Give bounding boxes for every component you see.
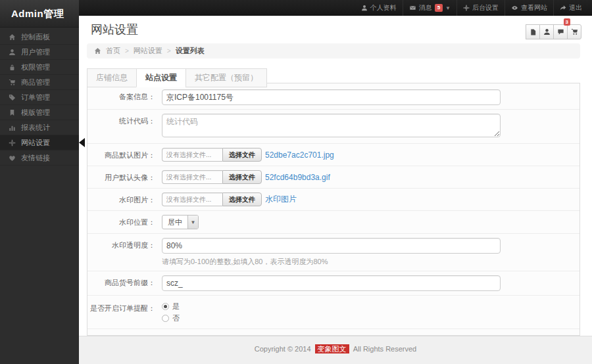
watermark-file-group: 没有选择文件... 选择文件 水印图片 — [162, 193, 297, 206]
heart-icon — [9, 154, 16, 162]
form-row-watermark-opacity: 水印透明度： 请填写为0-100的整数,如填入80，表示透明度为80% — [87, 234, 580, 271]
radio-checked-icon[interactable] — [162, 303, 169, 310]
main-content: 网站设置 3 首页 > 网站设置 > 设置列表 店铺信息 站点设置 其它配置（预… — [79, 16, 592, 364]
comment-icon — [557, 28, 564, 35]
toolbar-count-badge: 3 — [564, 18, 570, 26]
order-notify-option-no[interactable]: 否 — [162, 313, 580, 323]
watermark-position-value: 居中 — [162, 216, 187, 229]
comments-shortcut-button[interactable] — [553, 24, 568, 39]
nav-item-messages[interactable]: 消息 5 ▼ — [403, 0, 456, 16]
sidebar: Admin管理 控制面板 用户管理 权限管理 商品管理 订单管理 模版管理 报表… — [0, 0, 79, 364]
tag-icon — [9, 94, 16, 101]
sidebar-item-label: 商品管理 — [21, 78, 50, 87]
order-notify-yes-label: 是 — [172, 302, 180, 311]
sidebar-item-dashboard[interactable]: 控制面板 — [0, 30, 79, 45]
avatar-file-input[interactable]: 没有选择文件... — [162, 170, 222, 184]
breadcrumb-home[interactable]: 首页 — [106, 46, 120, 56]
order-notify-option-yes[interactable]: 是 — [162, 301, 580, 311]
form-row-icp: 备案信息： — [87, 83, 580, 110]
user-shortcut-button[interactable] — [539, 24, 554, 39]
watermark-browse-button[interactable]: 选择文件 — [222, 193, 262, 206]
watermark-position-select[interactable]: 居中 ▼ — [162, 215, 199, 229]
nav-view-site-label: 查看网站 — [521, 3, 547, 12]
icp-input[interactable] — [162, 89, 501, 105]
form-row-watermark-position: 水印位置： 居中 ▼ — [87, 211, 580, 234]
page-footer: Copyright © 2014 变象图文 All Rights Reserve… — [79, 336, 592, 364]
watermark-position-label: 水印位置： — [87, 215, 162, 227]
form-row-stats-code: 统计代码： — [87, 110, 580, 144]
nav-item-logout[interactable]: 退出 — [553, 0, 588, 16]
messages-count-badge: 5 — [435, 4, 443, 12]
order-notify-no-label: 否 — [172, 313, 180, 323]
envelope-icon — [409, 5, 416, 11]
breadcrumb-section[interactable]: 网站设置 — [134, 46, 162, 56]
sidebar-item-products[interactable]: 商品管理 — [0, 75, 79, 90]
order-notify-label: 是否开启订单提醒： — [87, 301, 162, 313]
tab-other-config[interactable]: 其它配置（预留） — [185, 68, 267, 87]
header-toolbar: 3 — [526, 24, 581, 39]
default-product-image-label: 商品默认图片： — [87, 148, 162, 160]
sidebar-menu: 控制面板 用户管理 权限管理 商品管理 订单管理 模版管理 报表统计 网站设置 — [0, 30, 79, 166]
sidebar-item-reports[interactable]: 报表统计 — [0, 120, 79, 135]
radio-unchecked-icon[interactable] — [162, 315, 169, 322]
sidebar-item-users[interactable]: 用户管理 — [0, 45, 79, 60]
avatar-browse-button[interactable]: 选择文件 — [222, 170, 262, 184]
chevron-down-icon: ▼ — [187, 216, 198, 229]
nav-item-profile[interactable]: 个人资料 — [355, 0, 403, 16]
settings-tabs: 店铺信息 站点设置 其它配置（预留） — [87, 68, 267, 87]
form-row-default-product-image: 商品默认图片： 没有选择文件... 选择文件 52dbe7ac2c701.jpg — [87, 144, 580, 166]
sidebar-item-templates[interactable]: 模版管理 — [0, 105, 79, 120]
sidebar-item-links[interactable]: 友情链接 — [0, 150, 79, 166]
breadcrumb-current: 设置列表 — [176, 46, 205, 56]
gear-icon — [463, 5, 470, 11]
file-icon — [530, 28, 537, 36]
sidebar-item-label: 权限管理 — [21, 62, 50, 72]
watermark-file-input[interactable]: 没有选择文件... — [162, 193, 222, 206]
sidebar-item-label: 控制面板 — [21, 32, 50, 42]
form-row-default-avatar: 用户默认头像： 没有选择文件... 选择文件 52fcd64b9bd3a.gif — [87, 166, 580, 189]
sidebar-item-site-settings[interactable]: 网站设置 — [0, 135, 79, 150]
user-icon — [543, 28, 551, 35]
bookmark-icon — [9, 109, 16, 116]
sku-prefix-label: 商品货号前缀： — [87, 275, 162, 288]
watermark-opacity-input[interactable] — [162, 238, 501, 254]
cart-shortcut-button[interactable] — [567, 24, 581, 39]
nav-settings-label: 后台设置 — [472, 3, 499, 12]
form-row-email-verify: 是否开启会员邮箱验证： 是 否 — [87, 329, 580, 336]
product-image-file-input[interactable]: 没有选择文件... — [162, 148, 222, 162]
cart-icon — [571, 28, 578, 35]
page-title: 网站设置 — [91, 22, 138, 37]
file-shortcut-button[interactable] — [526, 24, 540, 39]
sidebar-item-label: 用户管理 — [21, 47, 50, 57]
home-icon — [94, 47, 101, 55]
avatar-file-group: 没有选择文件... 选择文件 52fcd64b9bd3a.gif — [162, 170, 330, 184]
product-image-browse-button[interactable]: 选择文件 — [222, 148, 262, 162]
tab-site-settings[interactable]: 站点设置 — [136, 68, 186, 87]
app-logo[interactable]: Admin管理 — [0, 0, 79, 28]
product-image-file-link[interactable]: 52dbe7ac2c701.jpg — [265, 150, 334, 160]
stats-code-label: 统计代码： — [87, 114, 162, 126]
user-icon — [361, 5, 368, 11]
watermark-opacity-help: 请填写为0-100的整数,如填入80，表示透明度为80% — [162, 257, 580, 267]
chart-icon — [9, 124, 16, 131]
nav-messages-label: 消息 — [419, 3, 432, 12]
sidebar-item-label: 报表统计 — [21, 123, 50, 133]
home-icon — [9, 34, 16, 41]
sidebar-item-orders[interactable]: 订单管理 — [0, 90, 79, 105]
sidebar-item-permissions[interactable]: 权限管理 — [0, 60, 79, 75]
footer-brand-badge: 变象图文 — [315, 344, 349, 353]
sku-prefix-input[interactable] — [162, 275, 501, 291]
watermark-file-link[interactable]: 水印图片 — [265, 194, 297, 205]
breadcrumb-separator: > — [167, 47, 171, 55]
avatar-file-link[interactable]: 52fcd64b9bd3a.gif — [265, 173, 330, 182]
sidebar-item-label: 网站设置 — [21, 138, 50, 148]
nav-item-view-site[interactable]: 查看网站 — [505, 0, 553, 16]
icp-label: 备案信息： — [87, 89, 162, 102]
tab-shop-info[interactable]: 店铺信息 — [87, 68, 137, 87]
top-navbar: 个人资料 消息 5 ▼ 后台设置 查看网站 退出 — [0, 0, 592, 16]
sidebar-item-label: 模版管理 — [21, 108, 50, 118]
nav-logout-label: 退出 — [569, 3, 582, 12]
breadcrumb-separator: > — [125, 47, 129, 55]
stats-code-textarea[interactable] — [162, 114, 501, 137]
nav-item-settings[interactable]: 后台设置 — [456, 0, 505, 16]
